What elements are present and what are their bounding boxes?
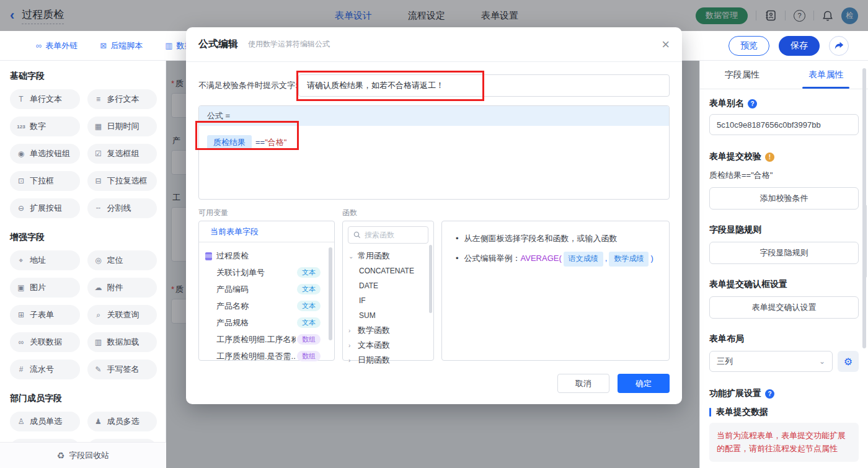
function-group-text[interactable]: › 文本函数 [343,338,433,353]
field-item-image[interactable]: ▣图片 [10,278,80,298]
variables-label: 可用变量 [198,208,228,218]
formula-expression[interactable]: 质检结果=="合格" [199,126,669,159]
permission-icon: ▥ [165,41,172,50]
field-item-location[interactable]: ◎定位 [87,250,157,270]
visibility-rules-button[interactable]: 字段显隐规则 [709,242,859,264]
field-item-relation-query[interactable]: ⌕关联查询 [87,305,157,325]
submit-confirm-button[interactable]: 表单提交确认设置 [709,296,859,319]
type-badge: 数组 [297,351,321,361]
warning-icon[interactable]: ! [765,152,774,162]
confirm-button[interactable]: 确定 [618,374,670,393]
notification-bell-icon[interactable] [822,10,833,22]
serial-icon: # [17,365,25,374]
field-recycle-bin[interactable]: ♻ 字段回收站 [0,442,166,468]
functions-panel: 搜索函数 ⌄ 常用函数 CONCATENATE DATE IF SUM › 数学… [342,221,434,361]
variable-row[interactable]: 工序质检明细.工序名称 数组 [205,331,328,348]
variable-row[interactable]: 产品名称 文本 [205,298,328,314]
group-label: 数学函数 [358,325,390,336]
variable-row[interactable]: 关联计划单号 文本 [205,264,328,281]
formula-value: "合格" [265,138,286,147]
tab-field-properties[interactable]: 字段属性 [700,61,784,89]
functions-scrollbar[interactable] [429,245,432,313]
help-icon[interactable]: ? [765,389,774,399]
function-item-if[interactable]: IF [343,293,433,308]
field-item-member-multi[interactable]: ♟成员多选 [87,412,157,431]
bullet-icon: • [456,231,459,245]
search-icon [353,231,361,239]
field-item-datetime[interactable]: ▦日期时间 [87,117,157,136]
preview-button[interactable]: 预览 [728,36,769,56]
field-item-signature[interactable]: ✎手写签名 [87,360,157,379]
help-icon[interactable]: ? [748,99,757,108]
field-chip[interactable]: 质检结果 [207,135,252,150]
field-item-serial-number[interactable]: #流水号 [10,360,80,379]
variable-row[interactable]: 产品编码 文本 [205,281,328,298]
help-icon[interactable]: ? [794,10,805,22]
calendar-icon: ▦ [94,122,103,131]
example-function: AVERAGE( [521,254,562,263]
contacts-icon[interactable] [764,9,777,22]
type-badge: 文本 [297,301,321,311]
field-label: 日期时间 [107,121,140,132]
sidebar-scrollbar[interactable] [862,68,866,348]
layout-gear-button[interactable]: ⚙ [838,351,859,372]
save-button[interactable]: 保存 [779,36,820,56]
people-icon: ♟ [94,417,103,426]
locate-icon: ◎ [94,256,103,265]
flow-form-warning: 当前为流程表单，表单提交功能扩展的配置，请前往流程发起节点属性 [709,423,859,462]
tab-form-properties[interactable]: 表单属性 [784,61,868,89]
field-item-data-load[interactable]: ▥数据加载 [87,332,157,352]
close-icon[interactable]: × [662,38,670,51]
tip-message-input[interactable]: 请确认质检结果，如若不合格请返工！ [298,74,670,97]
backend-script-button[interactable]: ⊠ 后端脚本 [100,40,143,51]
function-item-date[interactable]: DATE [343,278,433,293]
recycle-icon: ♻ [57,451,65,461]
function-group-common[interactable]: ⌄ 常用函数 [343,249,433,263]
layout-select[interactable]: 三列 ⌄ [709,351,833,372]
field-label: 数据加载 [107,337,140,348]
field-item-multi-text[interactable]: ≡多行文本 [87,89,157,109]
field-item-divider[interactable]: ╌分割线 [87,198,157,218]
avatar[interactable]: 检 [841,7,858,24]
share-button[interactable] [829,36,849,56]
field-item-subform[interactable]: ⊞子表单 [10,305,80,325]
field-item-attachment[interactable]: ☁附件 [87,278,157,298]
cancel-button[interactable]: 取消 [557,374,609,393]
canvas-label-text: 工 [172,193,180,202]
tree-root-form[interactable]: 过程质检 [205,248,328,264]
form-alias-input[interactable]: 5c10c9e8187656c0bf3997bb [709,114,859,135]
field-item-single-text[interactable]: T单行文本 [10,89,80,109]
function-item-sum[interactable]: SUM [343,308,433,323]
current-form-fields-tab[interactable]: 当前表单字段 [199,221,334,242]
tab-form-design[interactable]: 表单设计 [335,10,372,22]
functions-label: 函数 [342,208,357,218]
function-search-input[interactable]: 搜索函数 [348,226,428,244]
field-item-radio-group[interactable]: ◉单选按钮组 [10,144,80,164]
field-item-number[interactable]: 123数字 [10,117,80,136]
field-item-address[interactable]: ⌖地址 [10,250,80,270]
tab-form-setting[interactable]: 表单设置 [481,10,518,22]
formula-editor[interactable]: 公式 = 质检结果=="合格" [198,105,670,200]
field-item-multi-dropdown[interactable]: ⊟下拉复选框 [87,171,157,191]
back-icon[interactable]: ‹ [10,9,14,22]
field-item-dropdown[interactable]: ⊡下拉框 [10,171,80,191]
variables-scrollbar[interactable] [329,247,332,340]
field-item-extend-button[interactable]: ⊖扩展按钮 [10,198,80,218]
variable-row[interactable]: 产品规格 文本 [205,314,328,331]
field-item-checkbox-group[interactable]: ☑复选框组 [87,144,157,164]
tab-flow-setting[interactable]: 流程设定 [408,10,445,22]
multi-text-icon: ≡ [94,95,103,104]
heading-text: 表单提交校验 [709,151,761,162]
help-line-1: • 从左侧面板选择字段名和函数，或输入函数 [456,231,655,245]
field-item-member-single[interactable]: ♙成员单选 [10,412,80,431]
variable-row[interactable]: 工序质检明细.是否需... 数组 [205,348,328,364]
example-chip: 数学成绩 [609,252,649,267]
field-item-relation-data[interactable]: ∞关联数据 [10,332,80,352]
add-condition-button[interactable]: 添加校验条件 [709,187,859,210]
layout-row: 三列 ⌄ ⚙ [709,351,859,372]
function-item-concatenate[interactable]: CONCATENATE [343,263,433,278]
function-group-math[interactable]: › 数学函数 [343,323,433,338]
function-group-date[interactable]: › 日期函数 [343,353,433,368]
data-manage-button[interactable]: 数据管理 [696,7,748,24]
external-link-button[interactable]: ∞ 表单外链 [36,40,78,51]
